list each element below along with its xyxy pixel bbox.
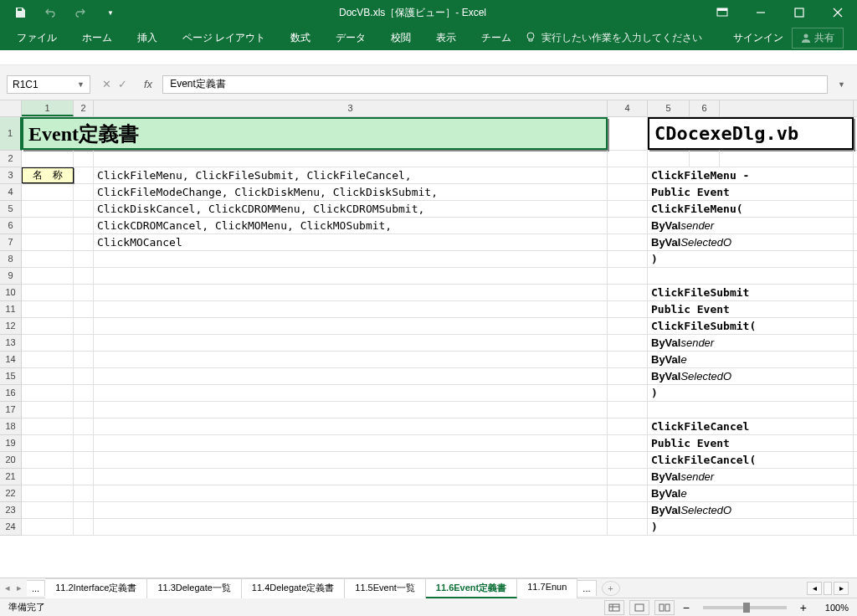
share-button[interactable]: 共有 [792,28,844,49]
cell[interactable] [648,268,854,284]
cell[interactable] [608,485,648,501]
chevron-down-icon[interactable]: ▼ [77,80,85,89]
cell[interactable] [608,519,648,535]
tab-more-right[interactable]: ... [577,580,596,596]
row-header[interactable]: 14 [0,352,22,368]
cell[interactable]: ClickFileMenu( [648,201,854,217]
cell[interactable] [94,268,608,284]
column-header[interactable]: 4 [608,100,648,116]
cell[interactable] [74,402,94,418]
cell[interactable] [608,184,648,200]
view-pagelayout-icon[interactable] [629,600,649,615]
cell[interactable] [608,218,648,234]
cell[interactable]: ) [648,519,854,535]
cell[interactable] [608,151,648,167]
cell[interactable] [94,519,608,535]
zoom-out-button[interactable]: − [680,601,693,614]
name-box[interactable]: R1C1 ▼ [7,75,90,94]
cell[interactable] [74,301,94,317]
cell[interactable]: ClickFileCancel [648,418,854,434]
cell[interactable] [22,234,74,250]
cell[interactable] [22,469,74,485]
maximize-button[interactable] [780,0,819,25]
cell[interactable] [22,368,74,384]
row-header[interactable]: 12 [0,318,22,335]
row-header[interactable]: 1 [0,117,22,151]
tell-me-search[interactable]: 実行したい作業を入力してください [525,31,702,45]
cell[interactable] [608,167,648,183]
cell[interactable]: ClickFileMenu, ClickFileSubmit, ClickFil… [94,167,608,183]
tab-pagelayout[interactable]: ページ レイアウト [171,26,277,50]
tab-review[interactable]: 校閲 [379,26,423,50]
row-header[interactable]: 18 [0,418,22,435]
cell[interactable] [74,268,94,284]
hscroll-left-icon[interactable]: ◂ [807,582,822,595]
formula-input[interactable]: Event定義書 [162,75,828,94]
row-header[interactable]: 11 [0,301,22,318]
formula-expand-icon[interactable]: ▼ [833,80,850,89]
cell[interactable] [74,519,94,535]
cell[interactable]: ClickFileModeChange, ClickDiskMenu, Clic… [94,184,608,200]
cell[interactable] [22,385,74,401]
tab-data[interactable]: データ [324,26,377,50]
row-header[interactable]: 22 [0,485,22,502]
sheet-tab[interactable]: 11.6Event定義書 [426,578,517,598]
cell[interactable] [22,519,74,535]
cell[interactable] [94,435,608,451]
cell[interactable] [22,435,74,451]
hscroll-track[interactable] [824,582,832,595]
cell[interactable] [720,151,854,167]
cell[interactable] [94,352,608,367]
cell[interactable] [22,318,74,334]
minimize-button[interactable] [742,0,780,25]
worksheet[interactable]: 123456 123456789101112131415161718192021… [0,100,857,578]
cell[interactable] [74,184,94,200]
cell[interactable] [608,418,648,434]
cell[interactable] [648,402,854,418]
cell[interactable]: ) [648,251,854,267]
row-header[interactable]: 9 [0,268,22,285]
cell[interactable] [608,318,648,334]
cell[interactable]: ClickCDROMCancel, ClickMOMenu, ClickMOSu… [94,218,608,234]
cell[interactable] [22,268,74,284]
cell[interactable] [74,502,94,518]
cell[interactable] [608,352,648,367]
cell[interactable]: Public Event [648,184,854,200]
cell[interactable]: ClickDiskCancel, ClickCDROMMenu, ClickCD… [94,201,608,217]
sheet-tab[interactable]: 11.3Delegate一覧 [147,578,241,598]
sheet-tab[interactable]: 11.2Interface定義書 [45,578,147,598]
tab-scroll-prev-icon[interactable]: ▸ [17,583,22,593]
select-all-corner[interactable] [0,100,22,116]
tab-insert[interactable]: 挿入 [126,26,169,50]
cell[interactable] [94,469,608,485]
qat-dropdown-icon[interactable]: ▼ [99,1,122,24]
cell[interactable] [22,335,74,351]
sheet-tab[interactable]: 11.4Delegate定義書 [242,578,345,598]
cell[interactable] [608,251,648,267]
cell[interactable] [94,418,608,434]
cell[interactable] [74,285,94,300]
cell[interactable]: ByVal SelectedO [648,502,854,518]
cell[interactable] [74,151,94,167]
fx-icon[interactable]: fx [139,78,157,90]
cell[interactable] [94,285,608,300]
column-header[interactable]: 5 [648,100,690,116]
cell[interactable] [94,251,608,267]
cell[interactable]: ByVal SelectedO [648,234,854,250]
cell[interactable] [94,485,608,501]
column-header[interactable]: 1 [22,100,74,116]
cell[interactable] [94,335,608,351]
cell-label-name[interactable]: 名 称 [22,167,74,183]
close-button[interactable] [819,0,857,25]
cell[interactable] [608,285,648,300]
cell[interactable] [94,385,608,401]
zoom-slider[interactable] [703,606,787,609]
column-header[interactable] [720,100,854,116]
row-header[interactable]: 15 [0,368,22,385]
cell[interactable] [608,368,648,384]
cell[interactable] [690,151,720,167]
cell[interactable] [94,502,608,518]
cell[interactable] [22,452,74,468]
cell[interactable]: ByVal sender [648,218,854,234]
cell[interactable] [608,385,648,401]
